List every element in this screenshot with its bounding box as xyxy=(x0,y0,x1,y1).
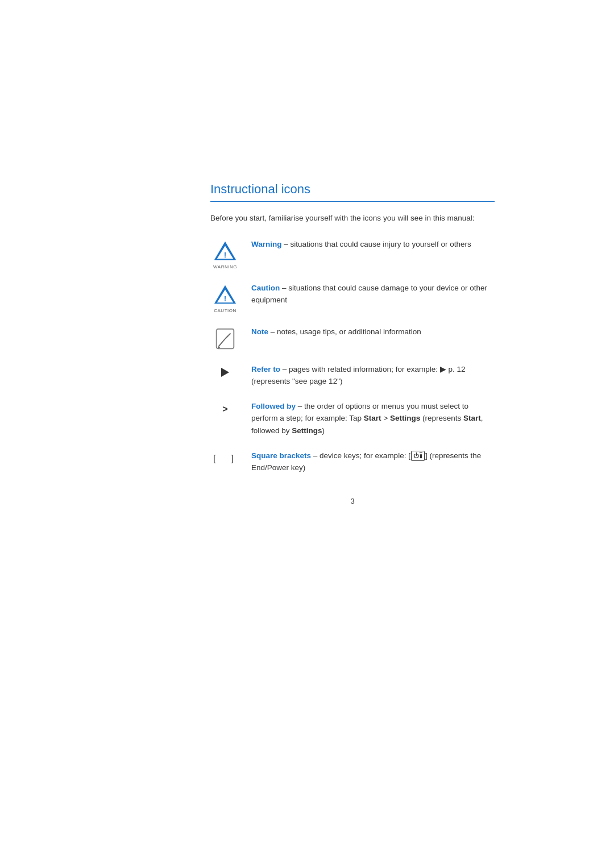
refer-to-text: Refer to – pages with related informatio… xyxy=(251,363,495,388)
svg-line-10 xyxy=(225,335,229,339)
warning-term: Warning xyxy=(251,240,282,248)
followed-by-text: Followed by – the order of options or me… xyxy=(251,400,495,437)
caution-triangle-icon: ! xyxy=(213,283,237,307)
caution-label: CAUTION xyxy=(214,308,237,313)
list-item: ! WARNING Warning – situations that coul… xyxy=(210,238,495,269)
square-brackets-icon-cell: [ ] xyxy=(210,450,240,464)
note-term: Note xyxy=(251,327,268,336)
intro-text: Before you start, familiarise yourself w… xyxy=(210,212,495,225)
caution-term: Caution xyxy=(251,284,280,292)
svg-line-9 xyxy=(219,339,225,346)
square-brackets-text: Square brackets – device keys; for examp… xyxy=(251,450,495,474)
note-icon-cell xyxy=(210,326,240,351)
caution-icon-cell: ! CAUTION xyxy=(210,282,240,313)
caution-desc: – situations that could cause damage to … xyxy=(251,284,487,305)
svg-line-11 xyxy=(229,333,231,335)
list-item: Refer to – pages with related informatio… xyxy=(210,363,495,388)
icons-list: ! WARNING Warning – situations that coul… xyxy=(210,238,495,474)
svg-text:!: ! xyxy=(224,294,226,303)
refer-to-desc: – pages with related information; for ex… xyxy=(251,365,465,386)
refer-to-term: Refer to xyxy=(251,365,280,373)
note-text: Note – notes, usage tips, or additional … xyxy=(251,326,495,338)
refer-to-icon-cell xyxy=(210,363,240,377)
warning-text: Warning – situations that could cause in… xyxy=(251,238,495,251)
page-content: Instructional icons Before you start, fa… xyxy=(85,0,529,619)
page-number: 3 xyxy=(210,497,495,505)
followed-by-icon-cell: > xyxy=(210,400,240,414)
greater-than-icon: > xyxy=(222,404,227,414)
list-item: ! CAUTION Caution – situations that coul… xyxy=(210,282,495,313)
warning-icon-cell: ! WARNING xyxy=(210,238,240,269)
list-item: [ ] Square brackets – device keys; for e… xyxy=(210,450,495,474)
list-item: > Followed by – the order of options or … xyxy=(210,400,495,437)
warning-label: WARNING xyxy=(213,264,237,269)
caution-text: Caution – situations that could cause da… xyxy=(251,282,495,306)
page-title: Instructional icons xyxy=(210,182,495,202)
square-brackets-term: Square brackets xyxy=(251,451,311,460)
note-icon xyxy=(213,327,237,351)
followed-by-term: Followed by xyxy=(251,402,296,410)
warning-triangle-icon: ! xyxy=(213,239,237,263)
warning-desc: – situations that could cause injury to … xyxy=(282,240,471,248)
arrow-right-icon xyxy=(221,368,229,377)
note-desc: – notes, usage tips, or additional infor… xyxy=(268,327,421,336)
svg-text:!: ! xyxy=(224,251,226,259)
list-item: Note – notes, usage tips, or additional … xyxy=(210,326,495,351)
square-brackets-icon: [ ] xyxy=(213,454,237,464)
